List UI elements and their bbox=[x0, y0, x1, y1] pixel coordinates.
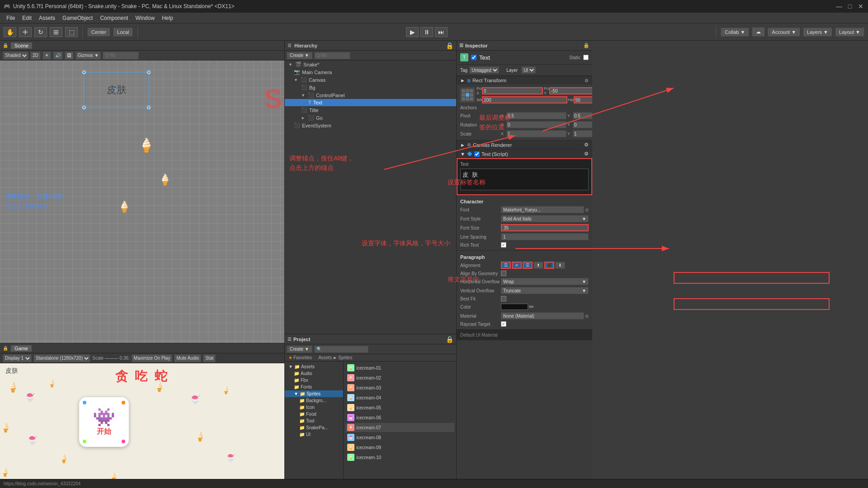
sprite-item-10[interactable]: 🍦 icecream-10 bbox=[345, 453, 454, 462]
font-style-dropdown[interactable]: Bold And Italic ▼ bbox=[501, 215, 589, 222]
text-script-header[interactable]: ▼ 🔷 Text (Script) ⚙ bbox=[457, 149, 592, 158]
text-script-gear[interactable]: ⚙ bbox=[584, 151, 589, 157]
project-search[interactable] bbox=[314, 346, 368, 353]
step-button[interactable]: ⏭ bbox=[435, 27, 448, 37]
color-swatch[interactable] bbox=[501, 304, 528, 310]
pos-x-input[interactable] bbox=[482, 87, 543, 94]
hier-item-canvas[interactable]: ▼ ⬛ Canvas bbox=[285, 76, 456, 84]
hier-item-text[interactable]: T Text bbox=[285, 99, 456, 106]
shading-select[interactable]: Shaded bbox=[3, 52, 28, 60]
material-select-icon[interactable]: ⊙ bbox=[585, 314, 589, 319]
menu-file[interactable]: File bbox=[3, 14, 19, 22]
resolution-select[interactable]: Standalone (1280x720) bbox=[33, 354, 90, 362]
hand-tool[interactable]: ✋ bbox=[4, 27, 16, 37]
proj-backgro[interactable]: 📁Backgro... bbox=[285, 397, 343, 404]
sprite-item-08[interactable]: 🍧 icecream-08 bbox=[345, 433, 454, 442]
sprite-item-06[interactable]: 🍧 icecream-06 bbox=[345, 413, 454, 422]
menu-gameobject[interactable]: GameObject bbox=[59, 14, 96, 22]
hierarchy-search[interactable] bbox=[314, 52, 350, 59]
maximize-button[interactable]: □ bbox=[846, 3, 854, 10]
menu-assets[interactable]: Assets bbox=[35, 14, 59, 22]
start-button-box[interactable]: 👾 开始 bbox=[79, 397, 129, 447]
move-tool[interactable]: ✛ bbox=[19, 27, 32, 37]
pivot-y-input[interactable] bbox=[573, 112, 592, 119]
align-right-btn[interactable]: ☰ bbox=[523, 262, 533, 269]
menu-window[interactable]: Window bbox=[132, 14, 158, 22]
project-lock[interactable]: 🔒 bbox=[446, 336, 453, 343]
pivot-x-input[interactable] bbox=[506, 112, 566, 119]
play-button[interactable]: ▶ bbox=[406, 27, 419, 37]
static-checkbox[interactable] bbox=[583, 55, 589, 60]
sprite-item-02[interactable]: 🍦 icecream-02 bbox=[345, 373, 454, 382]
hierarchy-create-btn[interactable]: Create ▼ bbox=[287, 52, 312, 59]
text-script-checkbox[interactable] bbox=[474, 151, 480, 157]
rect-transform-header[interactable]: ► ⊞ Rect Transform ⚙ bbox=[457, 76, 592, 84]
local-button[interactable]: Local bbox=[113, 28, 133, 37]
pos-y-input[interactable] bbox=[549, 87, 592, 94]
transform-handle-br[interactable] bbox=[147, 106, 151, 109]
menu-edit[interactable]: Edit bbox=[19, 14, 35, 22]
align-middle-btn[interactable]: ⬛ bbox=[544, 262, 554, 269]
stats-btn[interactable]: Stat bbox=[203, 354, 216, 362]
scene-search[interactable] bbox=[103, 52, 139, 60]
hier-item-maincam[interactable]: 📷 Main Camera bbox=[285, 68, 456, 76]
font-size-input[interactable] bbox=[501, 224, 589, 231]
canvas-renderer-header[interactable]: ► ⚙ Canvas Renderer ⚙ bbox=[457, 140, 592, 149]
scene-img-btn[interactable]: 🖼 bbox=[65, 52, 74, 60]
mute-audio-btn[interactable]: Mute Audio bbox=[174, 354, 201, 362]
align-top-btn[interactable]: ⬆ bbox=[533, 262, 543, 269]
align-center-btn[interactable]: ≡ bbox=[512, 262, 522, 269]
align-geometry-checkbox[interactable] bbox=[501, 271, 506, 276]
scene-grid[interactable]: ✕ 皮肤 S 🍦 🍦 🍦 bbox=[0, 61, 284, 343]
maximize-play-btn[interactable]: Maximize On Play bbox=[132, 354, 173, 362]
sprite-item-01[interactable]: 🍦 icecream-01 bbox=[345, 363, 454, 372]
component-active-checkbox[interactable] bbox=[471, 55, 476, 60]
rect-tool[interactable]: ⬚ bbox=[65, 27, 78, 37]
rot-y-input[interactable] bbox=[573, 121, 592, 128]
proj-fonts[interactable]: 📁Fonts bbox=[285, 384, 343, 390]
project-create-btn[interactable]: Create ▼ bbox=[287, 346, 312, 353]
rotate-tool[interactable]: ↻ bbox=[34, 27, 47, 37]
menu-component[interactable]: Component bbox=[96, 14, 132, 22]
hier-item-snake[interactable]: ▼ 🎬 Snake* bbox=[285, 61, 456, 68]
scene-light-btn[interactable]: ☀ bbox=[42, 52, 51, 60]
sprite-item-05[interactable]: 🍦 icecream-05 bbox=[345, 403, 454, 412]
font-input[interactable] bbox=[501, 206, 584, 213]
hier-item-go[interactable]: ► ⬛ Go bbox=[285, 114, 456, 122]
transform-handle-bl[interactable] bbox=[82, 106, 86, 109]
breadcrumb-sprites[interactable]: Sprites bbox=[338, 355, 352, 360]
menu-help[interactable]: Help bbox=[158, 14, 177, 22]
hier-item-bg[interactable]: ⬛ Bg bbox=[285, 84, 456, 91]
proj-food[interactable]: 📁Food bbox=[285, 411, 343, 418]
text-content-textarea[interactable]: 皮 肤 bbox=[460, 169, 589, 190]
align-left-btn[interactable]: ☰ bbox=[501, 262, 511, 269]
pause-button[interactable]: ⏸ bbox=[420, 27, 433, 37]
sprite-item-04[interactable]: 🍦 icecream-04 bbox=[345, 393, 454, 402]
proj-assets[interactable]: ▼📁Assets bbox=[285, 363, 343, 370]
collab-button[interactable]: Collab ▼ bbox=[721, 28, 749, 37]
line-spacing-input[interactable] bbox=[501, 233, 589, 240]
gizmos-button[interactable]: Gizmos ▼ bbox=[75, 52, 101, 60]
game-tab[interactable]: Game bbox=[11, 345, 32, 352]
scale-tool[interactable]: ⊞ bbox=[50, 27, 62, 37]
rect-gear-icon[interactable]: ⚙ bbox=[585, 78, 589, 83]
canvas-renderer-gear[interactable]: ⚙ bbox=[584, 142, 589, 148]
2d-button[interactable]: 2D bbox=[30, 52, 41, 60]
proj-fbx[interactable]: 📁Fbx bbox=[285, 377, 343, 384]
minimize-button[interactable]: — bbox=[835, 3, 843, 10]
height-input[interactable] bbox=[574, 96, 593, 103]
inspector-lock-icon[interactable]: 🔒 bbox=[583, 42, 590, 48]
rot-x-input[interactable] bbox=[506, 121, 566, 128]
proj-ui[interactable]: 📁UI bbox=[285, 431, 343, 438]
tag-select[interactable]: Untagged bbox=[469, 66, 499, 74]
layers-button[interactable]: Layers ▼ bbox=[803, 28, 832, 37]
proj-tool[interactable]: 📁Tool bbox=[285, 418, 343, 424]
proj-sprites[interactable]: ▼📁Sprites bbox=[285, 390, 343, 397]
sprite-item-03[interactable]: 🍦 icecream-03 bbox=[345, 383, 454, 392]
horiz-overflow-dropdown[interactable]: Wrap ▼ bbox=[501, 278, 589, 285]
material-input[interactable] bbox=[501, 312, 584, 319]
proj-audio[interactable]: 📁Audio bbox=[285, 370, 343, 377]
center-button[interactable]: Center bbox=[87, 28, 110, 37]
hierarchy-content[interactable]: ▼ 🎬 Snake* 📷 Main Camera ▼ ⬛ Canvas ⬛ Bg bbox=[285, 61, 456, 334]
breadcrumb-assets[interactable]: Assets bbox=[318, 355, 332, 360]
